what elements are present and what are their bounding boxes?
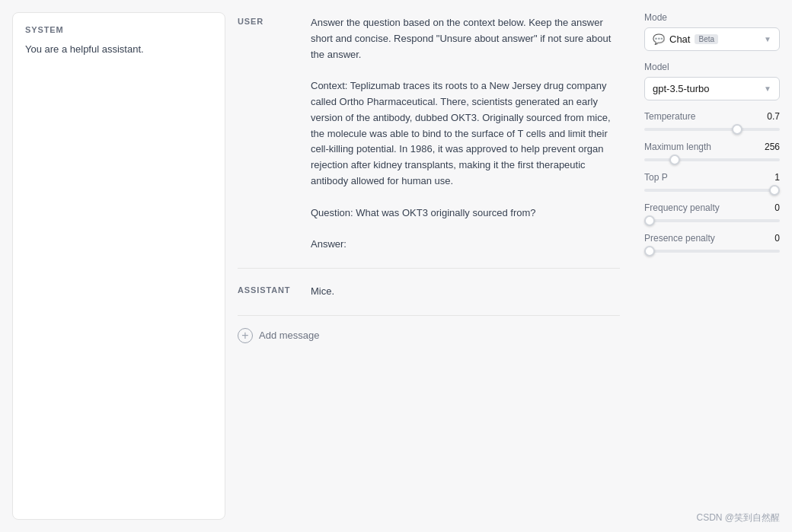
presence-value: 0 — [774, 233, 780, 244]
presence-slider[interactable] — [644, 250, 780, 253]
mode-dropdown[interactable]: 💬 Chat Beta ▼ — [644, 27, 780, 51]
mode-inner: 💬 Chat Beta — [653, 33, 718, 45]
max-length-value: 256 — [765, 142, 780, 152]
system-panel: SYSTEM You are a helpful assistant. — [12, 12, 225, 520]
plus-icon: + — [238, 328, 253, 343]
add-message-label: Add message — [259, 330, 320, 341]
top-p-slider[interactable] — [644, 189, 780, 192]
temperature-value: 0.7 — [767, 111, 780, 122]
max-length-slider[interactable] — [644, 158, 780, 161]
chat-icon: 💬 — [653, 33, 665, 45]
presence-label: Presence penalty — [644, 233, 715, 244]
temperature-label: Temperature — [644, 111, 695, 122]
user-message-block: USER Answer the question based on the co… — [238, 0, 620, 269]
assistant-message-block: ASSISTANT Mice. — [238, 269, 620, 316]
model-section: Model gpt-3.5-turbo ▼ — [644, 62, 780, 100]
system-text: You are a helpful assistant. — [25, 42, 212, 57]
top-p-label: Top P — [644, 172, 668, 183]
user-role-label: USER — [238, 15, 299, 253]
add-message-button[interactable]: + Add message — [238, 316, 620, 355]
user-message-content: Answer the question based on the context… — [311, 15, 620, 253]
model-label: Model — [644, 62, 780, 72]
system-label: SYSTEM — [25, 25, 212, 34]
model-value: gpt-3.5-turbo — [653, 83, 709, 94]
top-p-section: Top P 1 — [644, 172, 780, 192]
beta-badge: Beta — [695, 34, 718, 44]
frequency-label: Frequency penalty — [644, 202, 720, 213]
settings-panel: Mode 💬 Chat Beta ▼ Model gpt-3.5-turbo ▼… — [632, 0, 792, 532]
model-chevron-icon: ▼ — [764, 84, 771, 93]
temperature-slider[interactable] — [644, 128, 780, 131]
temperature-section: Temperature 0.7 — [644, 111, 780, 131]
conversation-panel: USER Answer the question based on the co… — [225, 0, 632, 532]
presence-section: Presence penalty 0 — [644, 233, 780, 253]
frequency-section: Frequency penalty 0 — [644, 202, 780, 222]
assistant-role-label: ASSISTANT — [238, 284, 299, 300]
frequency-value: 0 — [774, 202, 780, 213]
top-p-value: 1 — [774, 172, 780, 183]
mode-label: Mode — [644, 12, 780, 23]
chevron-down-icon: ▼ — [764, 35, 771, 43]
watermark: CSDN @笑到自然醒 — [696, 511, 780, 524]
max-length-section: Maximum length 256 — [644, 142, 780, 161]
model-dropdown[interactable]: gpt-3.5-turbo ▼ — [644, 77, 780, 100]
max-length-label: Maximum length — [644, 142, 711, 152]
mode-value: Chat — [669, 33, 690, 45]
mode-section: Mode 💬 Chat Beta ▼ — [644, 12, 780, 51]
assistant-message-content: Mice. — [311, 284, 620, 300]
frequency-slider[interactable] — [644, 219, 780, 222]
